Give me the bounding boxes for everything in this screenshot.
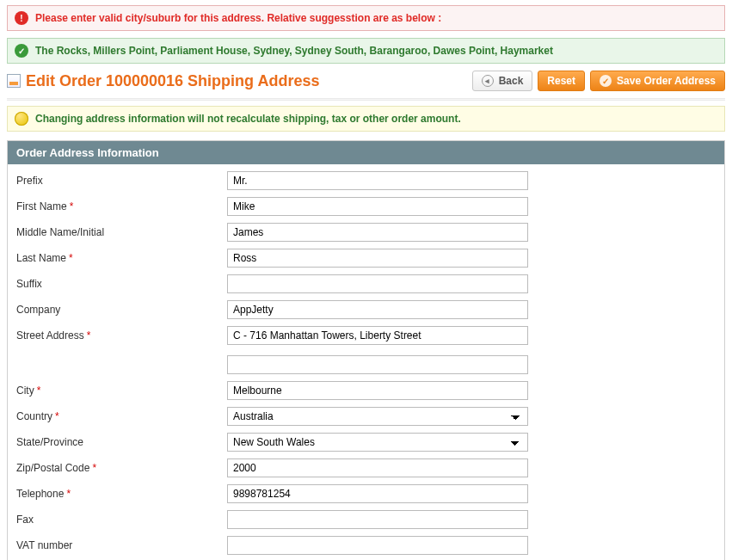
row-country: Country * Australia: [8, 403, 724, 429]
vat-input[interactable]: [227, 536, 528, 555]
error-icon: !: [15, 11, 28, 25]
success-message: ✓ The Rocks, Millers Point, Parliament H…: [7, 38, 725, 64]
error-text: Please enter valid city/suburb for this …: [35, 12, 441, 24]
error-message: ! Please enter valid city/suburb for thi…: [7, 5, 725, 31]
label-suffix: Suffix: [8, 278, 227, 290]
prefix-input[interactable]: [227, 171, 528, 190]
back-button-label: Back: [499, 75, 524, 87]
save-check-icon: ✓: [600, 75, 612, 87]
divider: [7, 98, 725, 101]
row-street-2: .: [8, 352, 724, 378]
bulb-icon: [15, 112, 28, 126]
row-zip: Zip/Postal Code *: [8, 455, 724, 481]
notice-text: Changing address information will not re…: [35, 113, 461, 125]
row-vat: VAT number: [8, 532, 724, 558]
row-suffix: Suffix: [8, 271, 724, 297]
row-fax: Fax: [8, 507, 724, 532]
row-telephone: Telephone *: [8, 481, 724, 507]
save-button-label: Save Order Address: [617, 75, 716, 87]
last-name-input[interactable]: [227, 249, 528, 268]
row-city: City *: [8, 378, 724, 403]
telephone-input[interactable]: [227, 484, 528, 503]
panel-title: Order Address Information: [8, 141, 724, 164]
row-prefix: Prefix: [8, 168, 724, 194]
back-arrow-icon: ◂: [482, 75, 494, 87]
back-button[interactable]: ◂ Back: [472, 71, 533, 91]
zip-input[interactable]: [227, 458, 528, 477]
label-prefix: Prefix: [8, 175, 227, 187]
street-2-input[interactable]: [227, 355, 528, 374]
first-name-input[interactable]: [227, 197, 528, 216]
country-select[interactable]: Australia: [227, 407, 528, 426]
label-country: Country *: [8, 410, 227, 422]
label-state: State/Province: [8, 436, 227, 448]
check-icon: ✓: [15, 44, 28, 58]
label-first-name: First Name *: [8, 200, 227, 212]
page-title-icon: [7, 74, 21, 88]
page-title: Edit Order 100000016 Shipping Address: [26, 72, 319, 90]
label-last-name: Last Name *: [8, 252, 227, 264]
suffix-input[interactable]: [227, 274, 528, 293]
label-telephone: Telephone *: [8, 488, 227, 500]
middle-name-input[interactable]: [227, 223, 528, 242]
company-input[interactable]: [227, 300, 528, 319]
success-text: The Rocks, Millers Point, Parliament Hou…: [35, 45, 553, 57]
row-last-name: Last Name *: [8, 245, 724, 271]
label-fax: Fax: [8, 514, 227, 526]
save-order-address-button[interactable]: ✓ Save Order Address: [590, 71, 725, 91]
notice-message: Changing address information will not re…: [7, 106, 725, 132]
label-zip: Zip/Postal Code *: [8, 462, 227, 474]
row-street: Street Address *: [8, 323, 724, 348]
order-address-panel: Order Address Information Prefix First N…: [7, 140, 725, 560]
state-select[interactable]: New South Wales: [227, 433, 528, 452]
label-city: City *: [8, 385, 227, 397]
fax-input[interactable]: [227, 510, 528, 529]
reset-button-label: Reset: [547, 75, 575, 87]
row-state: State/Province New South Wales: [8, 429, 724, 455]
city-input[interactable]: [227, 381, 528, 400]
action-buttons: ◂ Back Reset ✓ Save Order Address: [472, 71, 725, 91]
label-vat: VAT number: [8, 539, 227, 551]
row-middle-name: Middle Name/Initial: [8, 219, 724, 245]
label-street: Street Address *: [8, 329, 227, 342]
row-first-name: First Name *: [8, 194, 724, 219]
label-middle-name: Middle Name/Initial: [8, 226, 227, 238]
page-header: Edit Order 100000016 Shipping Address ◂ …: [7, 71, 725, 91]
reset-button[interactable]: Reset: [538, 71, 585, 91]
row-company: Company: [8, 297, 724, 323]
street-1-input[interactable]: [227, 326, 528, 345]
label-company: Company: [8, 304, 227, 316]
